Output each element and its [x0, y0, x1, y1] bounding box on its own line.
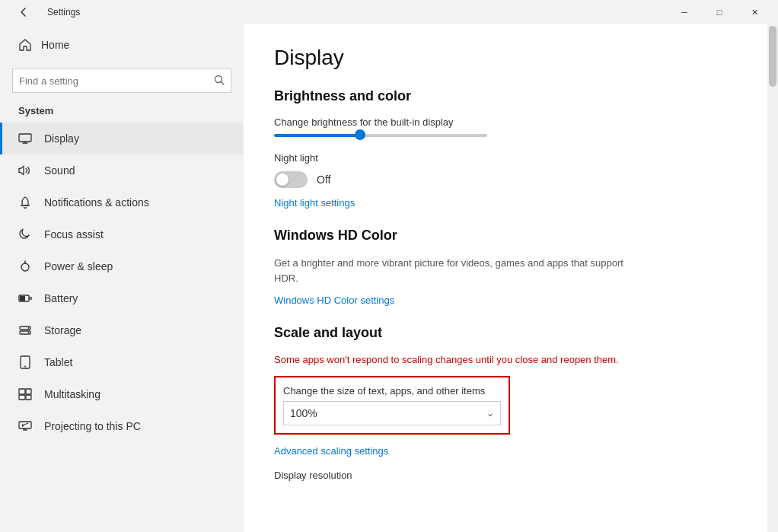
sidebar-item-power[interactable]: Power & sleep: [0, 250, 244, 282]
svg-rect-22: [19, 422, 31, 428]
svg-rect-21: [26, 395, 31, 400]
scrollbar-track[interactable]: [767, 24, 778, 532]
sidebar-item-tablet[interactable]: Tablet: [0, 346, 244, 378]
sidebar-item-label: Display: [44, 132, 79, 145]
sidebar-item-projecting[interactable]: Projecting to this PC: [0, 410, 244, 442]
home-icon: [18, 38, 32, 52]
night-light-row: Night light: [274, 152, 748, 164]
storage-icon: [18, 323, 32, 337]
sidebar-item-label: Projecting to this PC: [44, 420, 141, 432]
speaker-icon: [18, 164, 32, 177]
sidebar-item-label: Power & sleep: [44, 260, 113, 272]
home-label: Home: [41, 39, 69, 51]
toggle-knob: [276, 174, 289, 186]
multitasking-icon: [18, 387, 32, 401]
sidebar-item-label: Tablet: [44, 356, 72, 368]
sidebar-item-label: Sound: [44, 164, 75, 177]
sidebar-item-label: Focus assist: [44, 228, 104, 241]
maximize-button[interactable]: □: [702, 0, 737, 24]
svg-point-14: [28, 327, 30, 329]
window-controls: ─ □ ✕: [667, 0, 772, 24]
dropdown-label: Change the size of text, apps, and other…: [283, 385, 501, 397]
search-box[interactable]: [12, 68, 231, 93]
title-bar: Settings ─ □ ✕: [0, 0, 778, 24]
brightness-slider[interactable]: [274, 134, 487, 137]
display-resolution-label: Display resolution: [274, 470, 748, 481]
sidebar-item-label: Multitasking: [44, 388, 100, 400]
app-body: Home System Display: [0, 24, 778, 532]
back-button[interactable]: [6, 0, 41, 24]
sidebar-item-label: Notifications & actions: [44, 196, 149, 209]
minimize-button[interactable]: ─: [667, 0, 702, 24]
hdr-section-title: Windows HD Color: [274, 228, 748, 244]
night-light-settings-link[interactable]: Night light settings: [274, 197, 355, 209]
chevron-down-icon: ⌄: [486, 408, 494, 419]
svg-rect-18: [19, 389, 25, 394]
scale-dropdown[interactable]: 100% ⌄: [283, 401, 501, 425]
brightness-label: Change brightness for the built-in displ…: [274, 116, 748, 128]
scrollbar-thumb[interactable]: [769, 26, 776, 87]
app-title: Settings: [47, 7, 80, 18]
scale-section-title: Scale and layout: [274, 325, 748, 341]
sidebar: Home System Display: [0, 24, 244, 532]
projecting-icon: [18, 419, 32, 433]
sidebar-item-display[interactable]: Display: [0, 123, 244, 155]
slider-thumb: [355, 129, 365, 140]
svg-rect-2: [19, 134, 31, 142]
search-input[interactable]: [19, 75, 214, 87]
svg-point-6: [21, 263, 29, 271]
system-label: System: [0, 99, 244, 123]
sidebar-item-battery[interactable]: Battery: [0, 282, 244, 314]
sidebar-item-multitasking[interactable]: Multitasking: [0, 378, 244, 410]
power-icon: [18, 260, 32, 273]
svg-line-1: [222, 81, 225, 84]
notification-icon: [18, 196, 32, 209]
sidebar-item-sound[interactable]: Sound: [0, 155, 244, 186]
hdr-description: Get a brighter and more vibrant picture …: [274, 256, 624, 285]
sidebar-item-storage[interactable]: Storage: [0, 314, 244, 346]
brightness-section-title: Brightness and color: [274, 88, 748, 104]
content-area: Display Brightness and color Change brig…: [244, 24, 778, 532]
night-light-toggle-row: Off: [274, 171, 748, 188]
sidebar-item-label: Storage: [44, 324, 81, 336]
svg-point-15: [28, 332, 30, 333]
sidebar-item-label: Battery: [44, 292, 78, 304]
advanced-scaling-link[interactable]: Advanced scaling settings: [274, 445, 388, 457]
night-light-label: Night light: [274, 152, 318, 164]
svg-rect-19: [26, 389, 31, 394]
svg-point-17: [24, 366, 26, 368]
sidebar-item-notifications[interactable]: Notifications & actions: [0, 186, 244, 218]
sidebar-item-home[interactable]: Home: [12, 33, 231, 56]
night-light-toggle[interactable]: [274, 171, 308, 188]
search-icon: [214, 75, 225, 88]
display-icon: [18, 132, 32, 145]
tablet-icon: [18, 355, 32, 369]
page-title: Display: [274, 46, 748, 70]
night-light-state: Off: [317, 174, 330, 186]
scale-dropdown-wrapper: Change the size of text, apps, and other…: [274, 376, 510, 435]
battery-icon: [18, 291, 32, 305]
svg-rect-9: [20, 296, 25, 301]
scale-warning: Some apps won't respond to scaling chang…: [274, 353, 624, 367]
svg-rect-20: [19, 395, 25, 400]
sidebar-item-focus[interactable]: Focus assist: [0, 218, 244, 250]
close-button[interactable]: ✕: [737, 0, 772, 24]
dropdown-value: 100%: [290, 407, 317, 419]
moon-icon: [18, 228, 32, 241]
hdr-settings-link[interactable]: Windows HD Color settings: [274, 295, 394, 306]
